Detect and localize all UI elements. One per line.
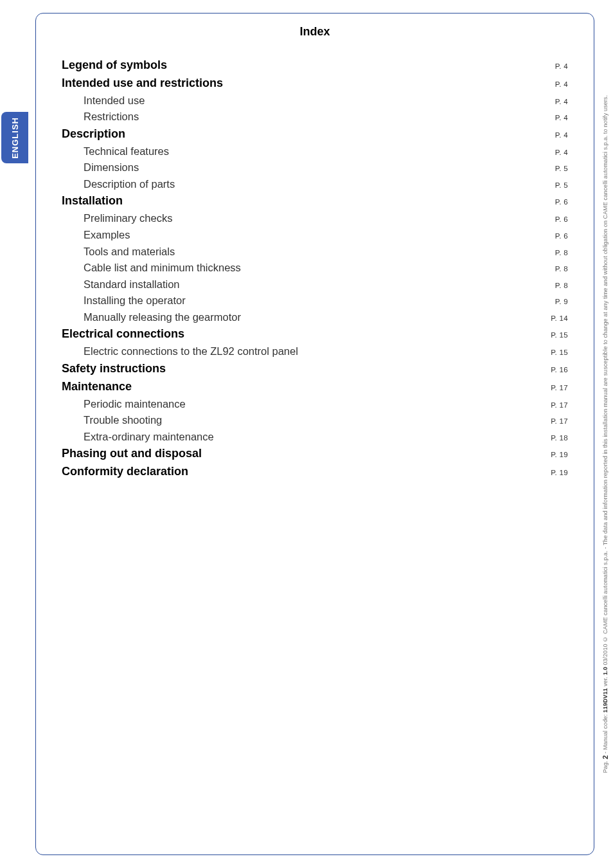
toc-subitem: Preliminary checks	[62, 210, 172, 227]
toc-subitem: Restrictions	[62, 109, 139, 125]
toc-subitem: Intended use	[62, 93, 145, 109]
language-tab-label: ENGLISH	[10, 117, 20, 159]
toc-subitem: Periodic maintenance	[62, 396, 186, 413]
toc-page: P. 18	[546, 433, 568, 444]
toc-page: P. 9	[550, 296, 568, 308]
content-frame: Index Legend of symbolsP. 4Intended use …	[35, 13, 594, 855]
toc-subitem: Standard installation	[62, 276, 180, 293]
toc-page: P. 17	[546, 400, 568, 411]
toc-page: P. 19	[546, 467, 568, 479]
toc-page: P. 16	[546, 365, 568, 376]
toc-row: DimensionsP. 5	[62, 159, 568, 176]
toc-subitem: Installing the operator	[62, 293, 186, 309]
footer-ver-label: ver.	[602, 675, 609, 687]
toc-page: P. 4	[550, 147, 568, 159]
toc-page: P. 4	[550, 96, 568, 108]
toc-row: Electric connections to the ZL92 control…	[62, 343, 568, 360]
toc-row: Extra-ordinary maintenanceP. 18	[62, 429, 568, 446]
language-tab: ENGLISH	[1, 112, 28, 163]
toc-row: RestrictionsP. 4	[62, 109, 568, 125]
footer-tail: 03/2010 © CAME cancelli automatici s.p.a…	[602, 95, 609, 665]
toc-subitem: Cable list and minimum thickness	[62, 260, 241, 276]
toc-heading: Description	[62, 125, 125, 143]
toc-page: P. 17	[546, 416, 568, 428]
toc-page: P. 4	[550, 79, 568, 91]
toc-row: Manually releasing the gearmotorP. 14	[62, 309, 568, 326]
toc-heading: Intended use and restrictions	[62, 75, 223, 93]
footer-sep1: - Manual code:	[602, 712, 609, 754]
toc-page: P. 15	[546, 347, 568, 359]
toc-row: Cable list and minimum thicknessP. 8	[62, 260, 568, 276]
toc-row: DescriptionP. 4	[62, 125, 568, 143]
toc-page: P. 6	[550, 197, 568, 208]
toc-row: Intended use and restrictionsP. 4	[62, 75, 568, 93]
toc-page: P. 6	[550, 231, 568, 242]
toc-heading: Legend of symbols	[62, 57, 167, 75]
toc-row: Intended useP. 4	[62, 93, 568, 109]
toc-subitem: Manually releasing the gearmotor	[62, 309, 241, 326]
toc-page: P. 15	[546, 330, 568, 341]
toc-page: P. 8	[550, 248, 568, 259]
vertical-footer-text: Pag. 2 - Manual code: 119DV11 ver. 1.0 0…	[601, 95, 610, 773]
toc-row: Legend of symbolsP. 4	[62, 57, 568, 75]
toc-page: P. 19	[546, 449, 568, 461]
toc-page: P. 4	[550, 130, 568, 141]
toc-subitem: Description of parts	[62, 176, 175, 193]
toc-page: P. 8	[550, 280, 568, 292]
toc-page: P. 17	[546, 383, 568, 394]
page: ENGLISH Index Legend of symbolsP. 4Inten…	[0, 0, 613, 868]
toc-row: ExamplesP. 6	[62, 227, 568, 244]
toc-subitem: Technical features	[62, 143, 169, 160]
toc-page: P. 6	[550, 214, 568, 226]
toc-row: InstallationP. 6	[62, 192, 568, 210]
toc-page: P. 5	[550, 180, 568, 192]
toc-heading: Maintenance	[62, 378, 132, 396]
toc-row: Installing the operatorP. 9	[62, 293, 568, 309]
toc-row: Trouble shootingP. 17	[62, 412, 568, 429]
footer-version: 1.0	[602, 667, 609, 675]
toc-row: Conformity declarationP. 19	[62, 463, 568, 481]
toc-page: P. 8	[550, 264, 568, 275]
toc-row: Preliminary checksP. 6	[62, 210, 568, 227]
toc-row: Periodic maintenanceP. 17	[62, 396, 568, 413]
toc-row: Tools and materialsP. 8	[62, 244, 568, 260]
toc-subitem: Electric connections to the ZL92 control…	[62, 343, 298, 360]
footer-manual-code: 119DV11	[602, 688, 609, 712]
toc-page: P. 4	[550, 61, 568, 73]
toc-heading: Phasing out and disposal	[62, 445, 202, 463]
toc-heading: Safety instructions	[62, 360, 166, 378]
toc-subitem: Examples	[62, 227, 130, 244]
toc-heading: Conformity declaration	[62, 463, 188, 481]
footer-page-label: Pag.	[602, 761, 609, 773]
toc-heading: Electrical connections	[62, 325, 184, 343]
toc-row: Standard installationP. 8	[62, 276, 568, 293]
toc-page: P. 5	[550, 163, 568, 175]
toc-row: Phasing out and disposalP. 19	[62, 445, 568, 463]
toc-subitem: Tools and materials	[62, 244, 175, 260]
table-of-contents: Legend of symbolsP. 4Intended use and re…	[62, 57, 568, 481]
toc-row: Electrical connectionsP. 15	[62, 325, 568, 343]
index-heading: Index	[62, 25, 568, 39]
toc-row: Safety instructionsP. 16	[62, 360, 568, 378]
footer-page-number: 2	[601, 755, 609, 759]
vertical-footer: Pag. 2 - Manual code: 119DV11 ver. 1.0 0…	[599, 0, 613, 868]
toc-subitem: Extra-ordinary maintenance	[62, 429, 214, 446]
toc-row: Technical featuresP. 4	[62, 143, 568, 160]
toc-row: MaintenanceP. 17	[62, 378, 568, 396]
toc-heading: Installation	[62, 192, 123, 210]
toc-row: Description of partsP. 5	[62, 176, 568, 193]
toc-page: P. 4	[550, 113, 568, 124]
toc-page: P. 14	[546, 313, 568, 325]
toc-subitem: Dimensions	[62, 159, 139, 176]
toc-subitem: Trouble shooting	[62, 412, 162, 429]
